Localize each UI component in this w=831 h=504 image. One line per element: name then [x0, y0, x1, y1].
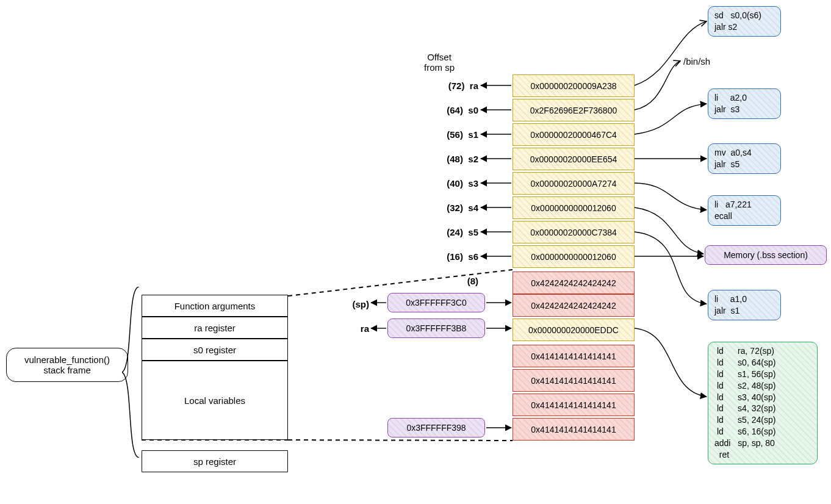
off-24: (24) s5: [423, 227, 478, 237]
off-72: (72) ra: [423, 81, 478, 91]
brace-icon: [122, 287, 140, 458]
frame-row-locals: Local variables: [142, 361, 288, 440]
stack-cell: 0x000000020000EDDC: [513, 319, 635, 341]
frame-row-s0: s0 register: [142, 339, 288, 361]
off-16: (16) s6: [423, 251, 478, 262]
frame-row-args: Function arguments: [142, 295, 288, 317]
stack-cell: 0x4141414141414141: [513, 418, 635, 441]
off-8: (8): [423, 276, 478, 286]
stack-cell: 0x00000020000EE654: [513, 148, 635, 170]
ptr-locals: 0x3FFFFFF398: [387, 418, 485, 437]
gadget-g2: mv a0,s4 jalr s5: [708, 143, 781, 174]
bss-box: Memory (.bss section): [705, 245, 827, 265]
off-48: (48) s2: [423, 154, 478, 164]
sp-marker: (sp): [336, 299, 369, 309]
stack-cell: 0x00000020000A7274: [513, 172, 635, 195]
svg-line-0: [288, 270, 513, 296]
ptr-ra: 0x3FFFFFF3B8: [387, 319, 485, 338]
gadget-g4: li a1,0 jalr s1: [708, 290, 781, 320]
stack-cell: 0x4141414141414141: [513, 394, 635, 416]
svg-line-1: [288, 440, 513, 441]
offset-header: Offset from sp: [415, 52, 464, 73]
gadget-prolog: ld ra, 72(sp) ld s0, 64(sp) ld s1, 56(sp…: [708, 342, 818, 464]
stack-cell: 0x000000200009A238: [513, 74, 635, 97]
vuln-func-text: vulnerable_function() stack frame: [24, 355, 110, 375]
stack-cell: 0x00000020000C7384: [513, 221, 635, 243]
off-64: (64) s0: [423, 105, 478, 115]
ra-marker: ra: [336, 323, 369, 334]
off-56: (56) s1: [423, 129, 478, 140]
gadget-g0: sd s0,0(s6) jalr s2: [708, 6, 781, 37]
stack-cell: 0x4141414141414141: [513, 369, 635, 392]
frame-row-sp: sp register: [142, 450, 288, 472]
stack-cell: 0x00000020000467C4: [513, 123, 635, 146]
stack-cell: 0x0000000000012060: [513, 245, 635, 268]
stack-cell: 0x2F62696E2F736800: [513, 99, 635, 121]
stack-cell: 0x4242424242424242: [513, 272, 635, 294]
vuln-func-label: vulnerable_function() stack frame: [6, 348, 128, 382]
off-40: (40) s3: [423, 178, 478, 189]
off-32: (32) s4: [423, 203, 478, 213]
ptr-sp: 0x3FFFFFF3C0: [387, 293, 485, 312]
binstr-label: /bin/sh: [683, 56, 732, 67]
stack-cell: 0x4242424242424242: [513, 294, 635, 317]
gadget-g1: li a2,0 jalr s3: [708, 88, 781, 119]
stack-cell: 0x0000000000012060: [513, 196, 635, 219]
gadget-g3: li a7,221 ecall: [708, 195, 781, 226]
stack-cell: 0x4141414141414141: [513, 345, 635, 367]
frame-row-ra: ra register: [142, 317, 288, 339]
